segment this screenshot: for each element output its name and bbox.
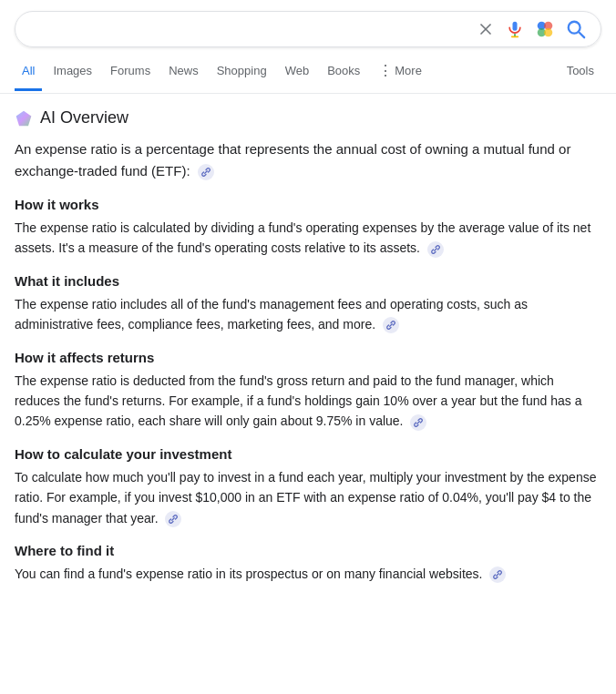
section-text-calculate: To calculate how much you'll pay to inve… — [15, 470, 596, 526]
section-what-it-includes: What it includes The expense ratio inclu… — [15, 273, 601, 335]
link-icon-calculate[interactable] — [165, 511, 181, 527]
svg-rect-2 — [513, 22, 518, 31]
chain-icon-1 — [431, 245, 440, 254]
chain-icon-3 — [414, 418, 423, 427]
intro-link-icon[interactable] — [198, 164, 214, 180]
chain-icon-4 — [169, 515, 178, 524]
tab-forums[interactable]: Forums — [103, 53, 158, 91]
ai-diamond-icon — [15, 109, 33, 128]
ai-overview-title: AI Overview — [40, 108, 128, 128]
link-icon-what-it-includes[interactable] — [383, 317, 399, 333]
link-icon-where-to-find[interactable] — [489, 566, 506, 583]
search-bar: how do expense ratios work — [15, 11, 601, 47]
section-title-what-it-includes: What it includes — [15, 273, 601, 289]
search-icon — [566, 19, 586, 39]
intro-paragraph: An expense ratio is a percentage that re… — [15, 138, 601, 182]
tab-images[interactable]: Images — [46, 53, 99, 91]
search-icons — [477, 19, 586, 39]
tab-tools[interactable]: Tools — [560, 53, 601, 91]
tab-books[interactable]: Books — [320, 53, 367, 91]
tab-all[interactable]: All — [15, 53, 42, 91]
section-text-how-it-works: The expense ratio is calculated by divid… — [15, 220, 590, 255]
tab-news[interactable]: News — [161, 53, 206, 91]
clear-icon — [477, 20, 495, 38]
tab-web[interactable]: Web — [278, 53, 317, 91]
more-dots-icon: ⋮ — [378, 62, 393, 79]
chain-icon-5 — [493, 570, 502, 579]
link-icon-how-it-works[interactable] — [427, 241, 444, 258]
tab-shopping[interactable]: Shopping — [210, 53, 274, 91]
search-bar-container: how do expense ratios work — [0, 0, 616, 47]
section-how-it-affects-returns: How it affects returns The expense ratio… — [15, 350, 601, 432]
section-title-where-to-find: Where to find it — [15, 543, 601, 558]
chain-icon-2 — [386, 321, 395, 330]
section-where-to-find: Where to find it You can find a fund's e… — [15, 543, 601, 584]
search-input[interactable]: how do expense ratios work — [30, 21, 477, 37]
main-content: AI Overview An expense ratio is a percen… — [0, 94, 616, 598]
svg-point-6 — [544, 28, 552, 36]
search-button[interactable] — [566, 19, 586, 39]
chain-link-icon — [201, 168, 210, 177]
section-text-what-it-includes: The expense ratio includes all of the fu… — [15, 297, 528, 332]
section-text-where-to-find: You can find a fund's expense ratio in i… — [15, 566, 482, 581]
section-text-affects-returns: The expense ratio is deducted from the f… — [15, 373, 582, 429]
section-how-it-works: How it works The expense ratio is calcul… — [15, 197, 601, 259]
svg-line-8 — [579, 32, 584, 37]
nav-tabs: All Images Forums News Shopping Web Book… — [0, 51, 616, 94]
mic-button[interactable] — [506, 20, 524, 38]
section-title-how-it-works: How it works — [15, 197, 601, 212]
lens-icon — [535, 19, 555, 39]
section-how-to-calculate: How to calculate your investment To calc… — [15, 446, 601, 528]
ai-overview-header: AI Overview — [15, 108, 601, 128]
link-icon-affects-returns[interactable] — [410, 414, 426, 431]
lens-button[interactable] — [535, 19, 555, 39]
clear-button[interactable] — [477, 20, 495, 38]
tab-more[interactable]: ⋮ More — [371, 51, 429, 93]
section-title-affects-returns: How it affects returns — [15, 350, 601, 365]
svg-marker-9 — [16, 110, 32, 126]
section-title-calculate: How to calculate your investment — [15, 446, 601, 462]
mic-icon — [506, 20, 524, 38]
intro-text: An expense ratio is a percentage that re… — [15, 141, 570, 179]
